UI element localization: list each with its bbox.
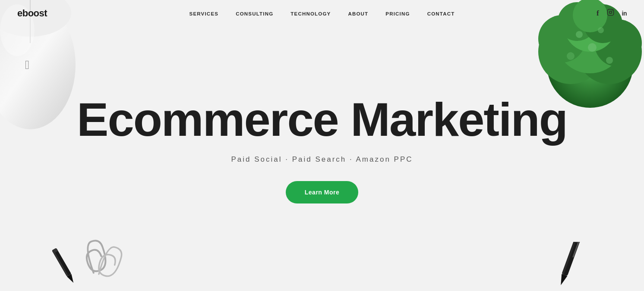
svg-marker-26 (558, 274, 568, 286)
nav-item-about[interactable]: ABOUT (348, 9, 368, 17)
learn-more-button[interactable]: Learn More (286, 181, 358, 203)
svg-point-30 (609, 11, 612, 14)
bottom-right-decoration (549, 242, 618, 291)
nav-item-consulting[interactable]: CONSULTING (236, 9, 273, 17)
nav-links: SERVICES CONSULTING TECHNOLOGY ABOUT PRI… (189, 9, 455, 17)
linkedin-icon[interactable]: in (622, 10, 627, 17)
nav-item-contact[interactable]: CONTACT (427, 9, 455, 17)
social-icons: f in (597, 9, 627, 18)
navbar: eboost SERVICES CONSULTING TECHNOLOGY AB… (0, 0, 644, 27)
facebook-icon[interactable]: f (597, 9, 599, 18)
nav-item-technology[interactable]: TECHNOLOGY (290, 9, 331, 17)
svg-rect-29 (607, 9, 613, 15)
nav-link-contact[interactable]: CONTACT (427, 11, 455, 16)
nav-link-technology[interactable]: TECHNOLOGY (290, 11, 331, 16)
hero-section: Ecommerce Marketing Paid Social · Paid S… (0, 27, 644, 203)
hero-title: Ecommerce Marketing (0, 96, 644, 143)
logo[interactable]: eboost (17, 8, 47, 19)
nav-link-services[interactable]: SERVICES (189, 11, 219, 16)
nav-link-about[interactable]: ABOUT (348, 11, 368, 16)
bottom-left-decoration (43, 238, 173, 291)
svg-point-31 (612, 10, 612, 11)
instagram-icon[interactable] (607, 9, 614, 18)
hero-subtitle: Paid Social · Paid Search · Amazon PPC (0, 155, 644, 164)
nav-link-consulting[interactable]: CONSULTING (236, 11, 273, 16)
page-wrapper:  (0, 0, 644, 291)
nav-item-services[interactable]: SERVICES (189, 9, 219, 17)
nav-item-pricing[interactable]: PRICING (385, 9, 410, 17)
nav-link-pricing[interactable]: PRICING (385, 11, 410, 16)
svg-rect-21 (52, 250, 69, 276)
